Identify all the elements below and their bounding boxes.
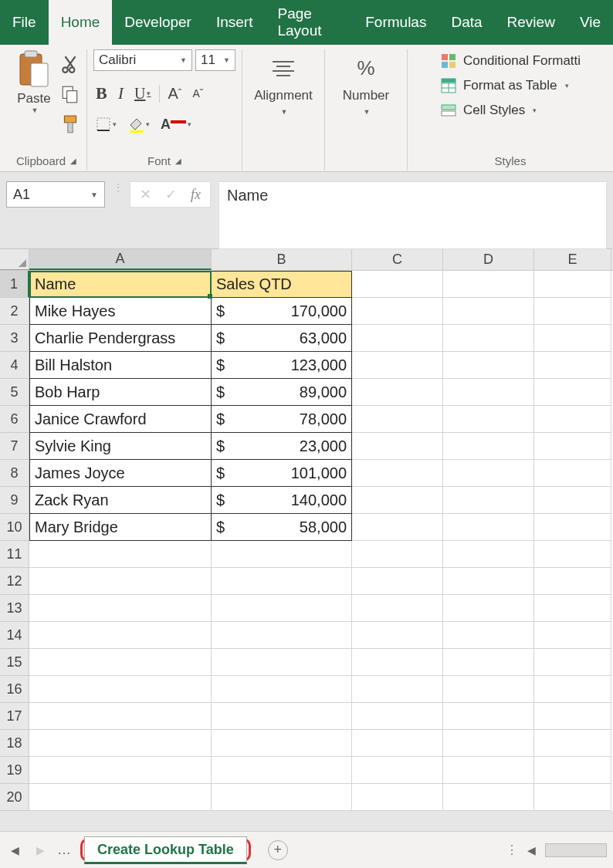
cell[interactable]: [352, 433, 443, 460]
tab-formulas[interactable]: Formulas: [353, 0, 439, 45]
cell[interactable]: [352, 730, 443, 757]
cell[interactable]: [352, 325, 443, 352]
cell[interactable]: [443, 568, 534, 595]
fill-color-button[interactable]: ▾: [125, 116, 152, 133]
row-header-5[interactable]: 5: [0, 379, 29, 406]
sheet-tab-active[interactable]: Create Lookup Table: [84, 836, 247, 864]
sheet-nav-next-icon[interactable]: ▶: [32, 841, 49, 860]
cell[interactable]: [443, 406, 534, 433]
cell[interactable]: [352, 271, 443, 298]
cell[interactable]: [352, 406, 443, 433]
cell[interactable]: [534, 298, 611, 325]
tab-review[interactable]: Review: [495, 0, 567, 45]
cell[interactable]: [212, 703, 352, 730]
row-header-19[interactable]: 19: [0, 757, 29, 784]
cell[interactable]: [352, 784, 443, 811]
cell[interactable]: [534, 460, 611, 487]
cell[interactable]: [534, 595, 611, 622]
cell[interactable]: [534, 649, 611, 676]
cell[interactable]: [29, 541, 212, 568]
row-header-18[interactable]: 18: [0, 730, 29, 757]
cell[interactable]: James Joyce: [29, 460, 212, 487]
tab-insert[interactable]: Insert: [204, 0, 266, 45]
format-painter-icon[interactable]: [60, 114, 80, 137]
row-header-20[interactable]: 20: [0, 784, 29, 811]
cell[interactable]: [534, 271, 611, 298]
sheet-nav-prev-icon[interactable]: ◀: [6, 841, 24, 860]
row-header-7[interactable]: 7: [0, 433, 29, 460]
font-size-select[interactable]: 11 ▼: [195, 49, 235, 71]
paste-button[interactable]: Paste ▼: [12, 49, 56, 114]
tab-developer[interactable]: Developer: [112, 0, 204, 45]
cell[interactable]: [443, 298, 534, 325]
cell[interactable]: [352, 298, 443, 325]
cell[interactable]: [534, 325, 611, 352]
cell[interactable]: [443, 460, 534, 487]
col-header-D[interactable]: D: [443, 249, 534, 270]
cell[interactable]: [443, 325, 534, 352]
drag-handle-icon[interactable]: ⋮: [113, 181, 122, 194]
col-header-A[interactable]: A: [29, 249, 212, 270]
cell[interactable]: [443, 271, 534, 298]
cell[interactable]: [534, 622, 611, 649]
font-name-select[interactable]: Calibri ▼: [93, 49, 192, 71]
cell[interactable]: [443, 757, 534, 784]
cell[interactable]: [443, 352, 534, 379]
cell[interactable]: [534, 757, 611, 784]
cell[interactable]: [443, 703, 534, 730]
cell[interactable]: [352, 487, 443, 514]
cell[interactable]: Sylvie King: [29, 433, 212, 460]
cell[interactable]: [534, 433, 611, 460]
row-header-3[interactable]: 3: [0, 325, 29, 352]
cell[interactable]: [443, 541, 534, 568]
cell[interactable]: [212, 649, 352, 676]
col-header-E[interactable]: E: [534, 249, 611, 270]
add-sheet-button[interactable]: +: [268, 840, 288, 860]
sheet-overflow-icon[interactable]: …: [57, 842, 73, 858]
name-box[interactable]: A1 ▼: [6, 181, 105, 208]
cell[interactable]: $89,000: [212, 379, 352, 406]
conditional-formatting-button[interactable]: Conditional Formatti: [440, 52, 581, 69]
cell[interactable]: Bob Harp: [29, 379, 212, 406]
cell[interactable]: [352, 460, 443, 487]
cell[interactable]: [443, 730, 534, 757]
cell[interactable]: [29, 730, 212, 757]
italic-button[interactable]: I: [116, 83, 126, 103]
cell[interactable]: [352, 622, 443, 649]
cell[interactable]: [443, 649, 534, 676]
cell[interactable]: [212, 541, 352, 568]
row-header-16[interactable]: 16: [0, 676, 29, 703]
cell[interactable]: [534, 487, 611, 514]
cell[interactable]: Zack Ryan: [29, 487, 212, 514]
dialog-launcher-icon[interactable]: ◢: [70, 157, 76, 165]
cells-area[interactable]: NameSales QTDMike Hayes$170,000Charlie P…: [29, 271, 611, 811]
format-as-table-button[interactable]: Format as Table ▾: [440, 77, 581, 94]
cell[interactable]: [534, 379, 611, 406]
cell[interactable]: [212, 568, 352, 595]
underline-button[interactable]: U▾: [132, 85, 153, 103]
bold-button[interactable]: B: [93, 83, 110, 103]
row-header-11[interactable]: 11: [0, 541, 29, 568]
borders-button[interactable]: ▾: [93, 117, 119, 132]
row-header-2[interactable]: 2: [0, 298, 29, 325]
row-header-9[interactable]: 9: [0, 487, 29, 514]
cell[interactable]: [212, 595, 352, 622]
cell[interactable]: $23,000: [212, 433, 352, 460]
cell[interactable]: [534, 568, 611, 595]
cell[interactable]: [29, 757, 212, 784]
col-header-B[interactable]: B: [212, 249, 352, 270]
cell-styles-button[interactable]: Cell Styles ▾: [440, 102, 581, 119]
row-header-14[interactable]: 14: [0, 622, 29, 649]
cell[interactable]: [443, 676, 534, 703]
row-header-13[interactable]: 13: [0, 595, 29, 622]
cell[interactable]: [29, 703, 212, 730]
col-header-C[interactable]: C: [352, 249, 443, 270]
cell[interactable]: [29, 595, 212, 622]
cell[interactable]: [352, 541, 443, 568]
cell[interactable]: [534, 541, 611, 568]
cell[interactable]: [443, 487, 534, 514]
cell[interactable]: [443, 433, 534, 460]
horizontal-scrollbar[interactable]: ⋮ ◀: [506, 841, 607, 860]
cell[interactable]: [534, 352, 611, 379]
decrease-font-icon[interactable]: Aˇ: [190, 87, 205, 100]
